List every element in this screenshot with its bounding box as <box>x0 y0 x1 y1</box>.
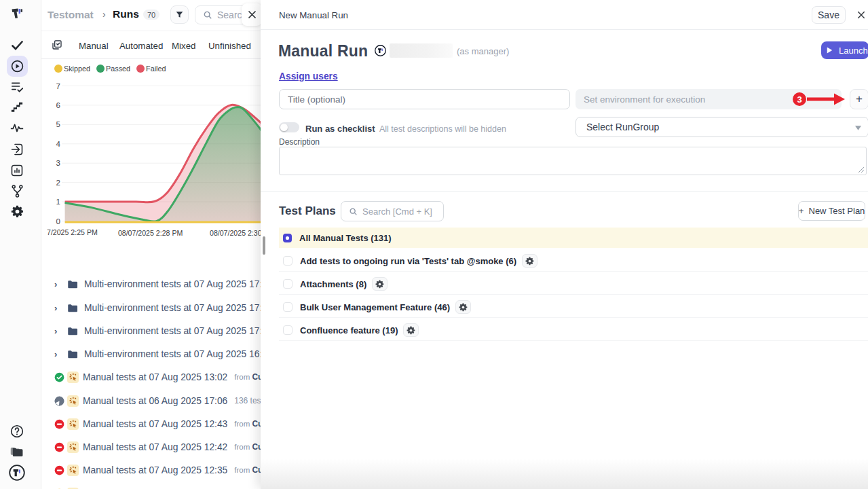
svg-text:08/07/2025 2:28 PM: 08/07/2025 2:28 PM <box>118 229 183 237</box>
svg-text:1: 1 <box>56 198 60 206</box>
svg-text:7: 7 <box>56 82 60 90</box>
svg-text:5: 5 <box>56 120 60 128</box>
svg-text:4: 4 <box>56 140 61 148</box>
svg-text:08/07/2025 2:30 P: 08/07/2025 2:30 P <box>210 229 266 237</box>
svg-text:0: 0 <box>56 217 60 225</box>
svg-text:2: 2 <box>56 179 60 187</box>
svg-text:3: 3 <box>56 159 60 167</box>
svg-text:7/2025 2:25 PM: 7/2025 2:25 PM <box>47 228 98 236</box>
svg-text:6: 6 <box>56 101 60 109</box>
